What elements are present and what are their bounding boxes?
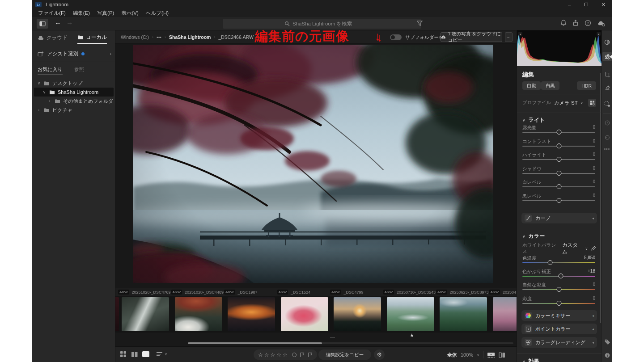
chevron-down-icon[interactable]: ∨ bbox=[580, 101, 583, 105]
slider-track[interactable] bbox=[522, 262, 595, 263]
chevron-down-icon[interactable]: ∨ bbox=[37, 81, 41, 85]
settings-gear-button[interactable]: ⚙ bbox=[374, 349, 385, 360]
versions-button[interactable] bbox=[603, 133, 611, 141]
copy-to-cloud-button[interactable]: 1 枚の写真 をクラウドにコピー bbox=[441, 32, 502, 42]
effects-section-header[interactable]: ∨ 効果 bbox=[522, 358, 539, 362]
slider-track[interactable] bbox=[522, 146, 595, 147]
slider-knob[interactable] bbox=[556, 301, 561, 306]
filmstrip-toggle-icon[interactable] bbox=[487, 352, 495, 358]
detail-view-icon[interactable] bbox=[142, 351, 149, 357]
menu-edit[interactable]: 編集(E) bbox=[69, 10, 93, 17]
more-options-button[interactable]: ⋯ bbox=[505, 32, 513, 42]
slider-track[interactable] bbox=[522, 200, 595, 201]
thumbnail-3[interactable] bbox=[228, 297, 275, 331]
breadcrumb-folder[interactable]: ShaSha Lightroom bbox=[169, 34, 211, 40]
assist-culling-row[interactable]: アシスト選別 ‹ bbox=[38, 49, 111, 58]
compare-view-icon[interactable] bbox=[499, 352, 505, 358]
grid-view-icon[interactable] bbox=[120, 351, 127, 358]
two-up-view-icon[interactable] bbox=[131, 351, 138, 358]
light-section-header[interactable]: ∨ ライト bbox=[522, 116, 545, 124]
profile-value[interactable]: カメラ ST bbox=[554, 100, 577, 106]
masking-tool-button[interactable] bbox=[603, 100, 611, 108]
tab-local[interactable]: ローカル bbox=[77, 34, 107, 44]
filmstrip-scrollbar-thumb[interactable] bbox=[188, 342, 322, 344]
chevron-right-icon[interactable]: › bbox=[47, 99, 52, 103]
slider-track[interactable] bbox=[522, 186, 595, 187]
tree-item-shasha-lightroom[interactable]: ∨ ShaSha Lightroom bbox=[34, 88, 114, 97]
breadcrumb-ellipsis[interactable]: ••• bbox=[157, 34, 161, 40]
thumbnail-4[interactable] bbox=[281, 297, 328, 331]
sort-button[interactable]: ∨ bbox=[157, 351, 167, 357]
menu-help[interactable]: ヘルプ(H) bbox=[142, 10, 172, 17]
menu-file[interactable]: ファイル(F) bbox=[34, 10, 69, 17]
slider-track[interactable] bbox=[522, 303, 595, 304]
chevron-right-icon[interactable]: › bbox=[37, 108, 41, 112]
copy-edit-settings-button[interactable]: 編集設定をコピー bbox=[318, 349, 371, 360]
browse-profiles-button[interactable] bbox=[588, 99, 596, 107]
eyedropper-icon[interactable] bbox=[590, 246, 596, 252]
slider-knob[interactable] bbox=[556, 171, 561, 176]
panel-toggle-button[interactable] bbox=[37, 19, 48, 29]
chevron-down-icon[interactable]: ∨ bbox=[42, 90, 47, 94]
slider-track[interactable] bbox=[522, 159, 595, 160]
tab-favorites[interactable]: お気に入り bbox=[38, 66, 63, 75]
slider-knob[interactable] bbox=[556, 184, 561, 189]
search-input[interactable] bbox=[292, 21, 360, 26]
color-label-circle-icon[interactable] bbox=[292, 353, 297, 357]
thumbnail-partial-left[interactable] bbox=[115, 297, 119, 331]
maximize-button[interactable] bbox=[578, 0, 595, 9]
help-icon[interactable]: ? bbox=[585, 20, 591, 26]
thumbnail-8-partial[interactable] bbox=[493, 297, 517, 331]
slider-track[interactable] bbox=[522, 289, 595, 290]
slider-knob[interactable] bbox=[559, 274, 564, 278]
presets-button[interactable] bbox=[603, 38, 611, 46]
notifications-bell-icon[interactable] bbox=[560, 20, 567, 26]
collapse-sidebar-icon[interactable]: ‹ bbox=[110, 51, 111, 56]
highlight-clipping-icon[interactable]: ▲ bbox=[597, 32, 601, 36]
thumbnail-5[interactable] bbox=[334, 297, 381, 331]
zoom-fit-label[interactable]: 全体 bbox=[447, 352, 457, 358]
slider-knob[interactable] bbox=[556, 287, 561, 292]
histogram[interactable]: ▲ ▲ bbox=[517, 30, 602, 66]
color-mixer-button[interactable]: カラーミキサー ◂ bbox=[521, 310, 597, 321]
chevron-down-icon[interactable]: ∨ bbox=[477, 353, 479, 357]
slider-knob[interactable] bbox=[556, 130, 561, 135]
healing-tool-button[interactable] bbox=[603, 83, 611, 91]
thumbnail-6[interactable] bbox=[387, 297, 434, 331]
auto-button[interactable]: 自動 bbox=[522, 81, 541, 90]
slider-track[interactable] bbox=[522, 173, 595, 174]
slider-track[interactable] bbox=[522, 276, 595, 277]
menu-view[interactable]: 表示(V) bbox=[118, 10, 142, 17]
chevron-down-icon[interactable]: ∨ bbox=[585, 247, 588, 251]
color-section-header[interactable]: ∨ カラー bbox=[522, 232, 545, 240]
breadcrumb-drive[interactable]: Windows (C:) bbox=[121, 34, 149, 40]
breadcrumb-file[interactable]: _DSC2466.ARW bbox=[218, 34, 254, 40]
curve-button[interactable]: カーブ ◂ bbox=[521, 213, 597, 223]
tab-browse[interactable]: 参照 bbox=[74, 66, 84, 75]
pick-flag-icon[interactable] bbox=[300, 352, 305, 358]
slider-knob[interactable] bbox=[547, 260, 552, 265]
slider-track[interactable] bbox=[522, 132, 595, 133]
filmstrip-star-marker[interactable]: ★ bbox=[410, 333, 414, 338]
slider-knob[interactable] bbox=[556, 143, 561, 148]
wb-value[interactable]: カスタム bbox=[562, 242, 583, 255]
slider-knob[interactable] bbox=[556, 157, 561, 162]
info-button[interactable] bbox=[603, 351, 611, 359]
more-tools-button[interactable]: ••• bbox=[603, 145, 611, 153]
back-button[interactable]: ← bbox=[55, 18, 61, 26]
slider-knob[interactable] bbox=[556, 198, 561, 203]
cloud-status-icon[interactable] bbox=[597, 20, 606, 26]
crop-tool-button[interactable] bbox=[603, 71, 611, 78]
thumbnail-1[interactable] bbox=[122, 297, 169, 331]
search-bar[interactable] bbox=[223, 19, 421, 29]
thumbnail-2[interactable] bbox=[175, 297, 222, 331]
tree-item-desktop[interactable]: ∨ デスクトップ bbox=[32, 79, 115, 88]
forward-button[interactable]: → bbox=[66, 18, 73, 26]
tab-cloud[interactable]: クラウド bbox=[38, 34, 68, 43]
menu-photo[interactable]: 写真(P) bbox=[93, 10, 118, 17]
tree-item-other-folder[interactable]: › その他まとめフォルダ bbox=[32, 97, 115, 105]
edit-panel-scrollbar[interactable] bbox=[600, 73, 601, 323]
history-button[interactable] bbox=[603, 119, 611, 126]
include-subfolders-toggle[interactable] bbox=[390, 34, 402, 40]
keywords-button[interactable] bbox=[603, 338, 611, 345]
